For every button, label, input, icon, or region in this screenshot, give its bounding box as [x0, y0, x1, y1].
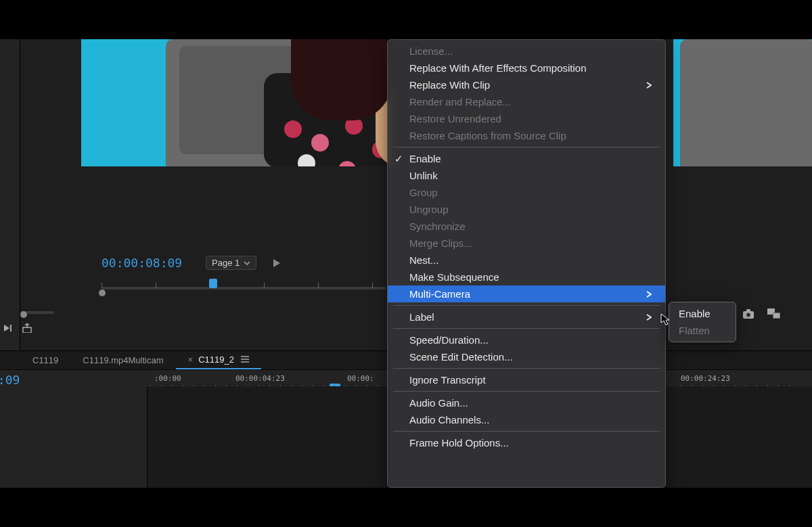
- ruler-time-label: :00:00: [154, 374, 181, 383]
- monitor-scrubber[interactable]: [81, 279, 392, 295]
- video-preview-left: [81, 39, 392, 166]
- play-marker-icon[interactable]: [4, 323, 15, 335]
- menu-item-audio-gain[interactable]: Audio Gain...: [388, 394, 665, 411]
- svg-rect-1: [746, 309, 750, 312]
- menu-item-label[interactable]: Label: [388, 308, 665, 325]
- svg-rect-7: [23, 327, 31, 333]
- menu-item-label: Enable: [409, 153, 441, 164]
- zoom-slider[interactable]: [20, 311, 54, 314]
- menu-item-replace-with-after-effects-composition[interactable]: Replace With After Effects Composition: [388, 60, 665, 76]
- menu-item-label: Synchronize: [409, 221, 466, 232]
- menu-item-frame-hold-options[interactable]: Frame Hold Options...: [388, 434, 665, 451]
- menu-item-unlink[interactable]: Unlink: [388, 167, 665, 184]
- menu-item-label: Audio Gain...: [409, 397, 468, 409]
- menu-item-label: Group: [409, 187, 438, 198]
- timeline-tab[interactable]: C1119: [20, 352, 70, 369]
- monitor-toolbar: [742, 308, 781, 321]
- menu-item-label: Replace With After Effects Composition: [409, 62, 587, 74]
- menu-item-nest[interactable]: Nest...: [388, 252, 665, 269]
- menu-item-label: Frame Hold Options...: [409, 437, 509, 449]
- menu-item-label: License...: [409, 45, 453, 57]
- svg-rect-6: [10, 325, 12, 331]
- menu-item-label: Label: [409, 311, 434, 323]
- monitor-timecode[interactable]: 00:00:08:09: [102, 256, 182, 270]
- multicam-view-icon[interactable]: [767, 308, 781, 321]
- video-preview-right: [673, 39, 812, 166]
- menu-item-replace-with-clip[interactable]: Replace With Clip: [388, 76, 665, 93]
- menu-separator: [393, 328, 660, 329]
- export-icon[interactable]: [22, 323, 32, 335]
- menu-item-label: Unlink: [409, 170, 438, 181]
- menu-item-multi-camera[interactable]: Multi-Camera: [388, 285, 665, 302]
- menu-item-ungroup: Ungroup: [388, 201, 665, 218]
- menu-item-speed-duration[interactable]: Speed/Duration...: [388, 331, 665, 348]
- chevron-right-icon: [646, 288, 652, 300]
- menu-separator: [393, 368, 660, 369]
- timeline-timecode[interactable]: 8:09: [0, 373, 20, 387]
- chevron-right-icon: [646, 311, 652, 323]
- check-icon: ✓: [394, 153, 403, 165]
- menu-item-label: Multi-Camera: [409, 288, 470, 300]
- menu-item-merge-clips: Merge Clips...: [388, 235, 665, 252]
- menu-item-audio-channels[interactable]: Audio Channels...: [388, 411, 665, 428]
- menu-separator: [393, 305, 660, 306]
- menu-separator: [393, 147, 660, 147]
- timeline-tab-active[interactable]: ×C1119_2: [176, 351, 261, 369]
- menu-item-synchronize: Synchronize: [388, 218, 665, 235]
- page-selector[interactable]: Page 1: [206, 256, 256, 270]
- menu-item-label: Speed/Duration...: [409, 334, 489, 346]
- menu-item-make-subsequence[interactable]: Make Subsequence: [388, 269, 665, 285]
- menu-item-label: Nest...: [409, 254, 438, 266]
- menu-separator: [393, 391, 660, 392]
- letterbox-bottom: [0, 488, 812, 527]
- menu-item-enable[interactable]: Enable✓: [388, 150, 665, 167]
- menu-item-restore-unrendered: Restore Unrendered: [388, 110, 665, 127]
- menu-item-label: Make Subsequence: [409, 271, 499, 283]
- submenu-item-enable[interactable]: Enable: [669, 305, 736, 322]
- menu-item-license: License...: [388, 43, 665, 60]
- menu-item-group: Group: [388, 184, 665, 201]
- menu-item-scene-edit-detection[interactable]: Scene Edit Detection...: [388, 348, 665, 365]
- menu-item-label: Restore Unrendered: [409, 113, 501, 124]
- camera-icon[interactable]: [742, 308, 755, 321]
- page-label: Page 1: [212, 258, 240, 268]
- menu-item-label: Merge Clips...: [409, 237, 472, 249]
- chevron-right-icon: [646, 79, 652, 91]
- clip-context-menu: License...Replace With After Effects Com…: [387, 39, 666, 488]
- timeline-tab[interactable]: C1119.mp4Multicam: [70, 352, 175, 369]
- letterbox-top: [0, 0, 812, 39]
- svg-point-2: [746, 313, 750, 317]
- play-forward-icon[interactable]: [273, 258, 280, 269]
- menu-separator: [393, 431, 660, 432]
- ruler-time-label: 00:00:24:23: [681, 374, 730, 383]
- menu-item-render-and-replace: Render and Replace...: [388, 93, 665, 110]
- menu-item-label: Ungroup: [409, 204, 449, 215]
- mouse-cursor-icon: [660, 313, 672, 325]
- menu-item-label: Replace With Clip: [409, 79, 490, 91]
- menu-item-label: Render and Replace...: [409, 96, 511, 108]
- main-app-area: 00:00:08:09 Page 1: [0, 39, 812, 488]
- ruler-time-label: 00:00:: [347, 374, 374, 383]
- multicam-submenu: EnableFlatten: [669, 302, 736, 342]
- left-panel: [0, 39, 20, 354]
- person-graphic: [257, 39, 392, 166]
- menu-item-restore-captions-from-source-clip: Restore Captions from Source Clip: [388, 127, 665, 144]
- ruler-time-label: 00:00:04:23: [235, 374, 285, 383]
- svg-rect-5: [773, 313, 780, 318]
- scrubber-handle[interactable]: [209, 279, 217, 288]
- track-header-column: [0, 386, 148, 488]
- chevron-down-icon: [244, 260, 250, 267]
- menu-item-label: Scene Edit Detection...: [409, 351, 513, 363]
- menu-item-label: Ignore Transcript: [409, 374, 486, 386]
- menu-item-label: Audio Channels...: [409, 414, 489, 426]
- menu-item-label: Restore Captions from Source Clip: [409, 130, 566, 141]
- submenu-item-flatten: Flatten: [669, 322, 736, 339]
- tab-menu-icon[interactable]: [241, 354, 249, 365]
- menu-item-ignore-transcript[interactable]: Ignore Transcript: [388, 371, 665, 388]
